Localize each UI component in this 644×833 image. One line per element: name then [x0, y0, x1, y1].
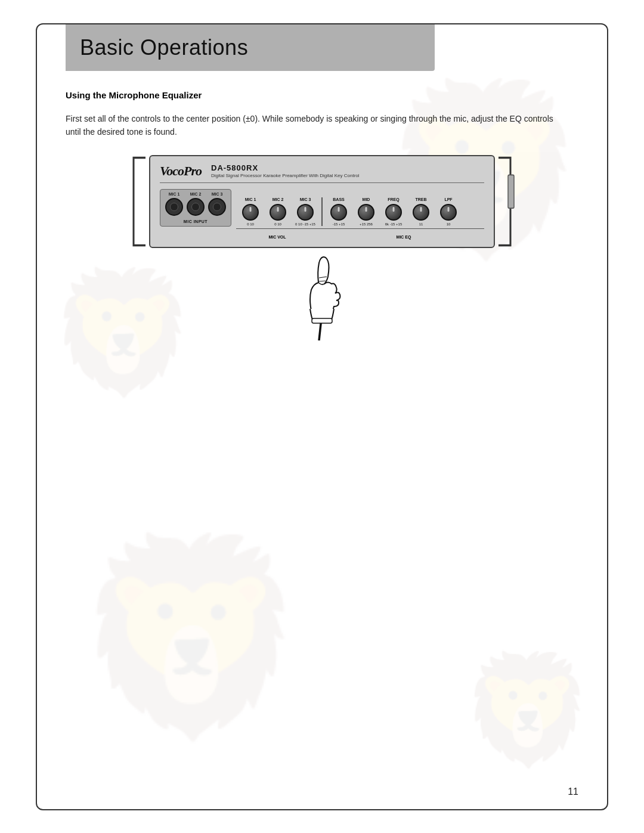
mic-inputs-row: MIC 1 MIC 2 MIC 3	[165, 192, 226, 216]
svg-rect-0	[508, 175, 514, 209]
right-bracket-icon	[495, 155, 516, 248]
freq-knob	[385, 204, 402, 221]
knob-mid: MID +15 256	[353, 197, 379, 226]
mic-input-2: MIC 2	[187, 192, 205, 216]
mic-2-label: MIC 2	[190, 192, 202, 196]
hand-pointer-icon	[286, 248, 358, 340]
spacer	[318, 230, 323, 241]
page-content: Basic Operations Using the Microphone Eq…	[37, 24, 607, 373]
knob-mic2-vol: MIC 2 0 10	[265, 197, 291, 226]
watermark-3: 🦁	[73, 525, 311, 750]
knob-mic1-vol: MIC 1 0 10	[237, 197, 264, 226]
mic2-vol-knob	[270, 204, 286, 221]
device-logo: VocoPro	[160, 163, 202, 178]
mic-jack-1	[165, 198, 183, 216]
group-labels-row: MIC VOL MIC EQ	[236, 228, 484, 241]
page-number: 11	[568, 786, 578, 797]
page-outer: 🦁 🦁 🦁 🦁 Basic Operations Using the Micro…	[36, 23, 608, 810]
treb-knob	[413, 204, 429, 221]
knob-lpf: LPF 10	[435, 197, 462, 226]
body-text: First set all of the controls to the cen…	[66, 112, 555, 139]
watermark-4: 🦁	[461, 647, 595, 773]
device-controls: MIC 1 MIC 2 MIC 3	[160, 189, 484, 241]
mic-input-section-label: MIC INPUT	[184, 219, 208, 224]
knob-freq: FREQ 6k -15 +15	[380, 197, 407, 226]
knob-labels-row: MIC 1 0 10 MIC 2 0 10	[236, 189, 484, 226]
mic-jack-3	[208, 198, 226, 216]
bass-knob	[330, 204, 347, 221]
hand-pointer-container	[286, 248, 358, 343]
knob-bass: BASS -15 +15	[326, 197, 352, 226]
mic-input-1: MIC 1	[165, 192, 183, 216]
model-area: DA-5800RX Digital Signal Processor Karao…	[211, 163, 484, 178]
logo-area: VocoPro	[160, 163, 202, 179]
knob-mic3-vol: MIC 3 0 10 -15 +15	[292, 197, 318, 226]
svg-rect-5	[312, 318, 332, 323]
section-heading: Using the Microphone Equalizer	[66, 90, 578, 100]
page-title: Basic Operations	[80, 35, 420, 60]
lpf-knob	[440, 204, 457, 221]
left-bracket-icon	[128, 155, 149, 248]
mic-3-label: MIC 3	[212, 192, 223, 196]
knobs-section: MIC 1 0 10 MIC 2 0 10	[236, 189, 484, 241]
device-panel: VocoPro DA-5800RX Digital Signal Process…	[149, 155, 495, 248]
device-model-desc: Digital Signal Processor Karaoke Preampl…	[211, 173, 484, 178]
diagram-wrapper: VocoPro DA-5800RX Digital Signal Process…	[66, 155, 578, 343]
mic3-vol-knob	[297, 204, 314, 221]
mic-vol-group-label: MIC VOL	[236, 230, 318, 241]
divider-vol-eq	[321, 197, 323, 226]
device-header: VocoPro DA-5800RX Digital Signal Process…	[160, 163, 484, 183]
mic-jack-2	[187, 198, 205, 216]
mid-knob	[358, 204, 374, 221]
mic-1-label: MIC 1	[169, 192, 180, 196]
mic1-vol-knob	[242, 204, 259, 221]
device-model-name: DA-5800RX	[211, 163, 484, 172]
knob-treb: TREB 11	[408, 197, 434, 226]
device-panel-container: VocoPro DA-5800RX Digital Signal Process…	[128, 155, 516, 248]
mic-eq-group-label: MIC EQ	[323, 230, 484, 241]
title-bar: Basic Operations	[66, 24, 435, 71]
mic-input-3: MIC 3	[208, 192, 226, 216]
mic-input-section: MIC 1 MIC 2 MIC 3	[160, 189, 231, 227]
